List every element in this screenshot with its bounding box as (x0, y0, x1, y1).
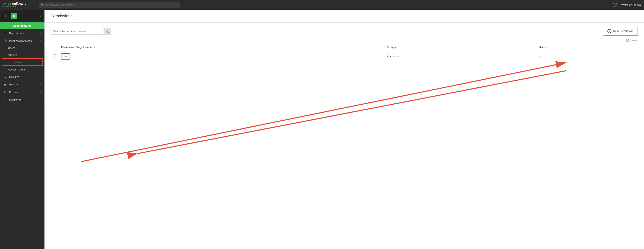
permissions-table: Permission Target Name ▲ Groups Users ss… (50, 44, 638, 62)
sidebar: ⊞ ⚙ ◀ Administration ☰ Repositories ▶ 👤 … (0, 10, 44, 249)
permission-search-input[interactable] (50, 28, 111, 34)
global-search-container: 🔍 (39, 2, 180, 8)
sort-icon-name: ▲ (93, 46, 95, 48)
table-row: ssc 1 | christian - (50, 51, 638, 62)
repositories-chevron: ▶ (40, 32, 41, 34)
permission-name-cell[interactable]: ssc (59, 51, 384, 62)
sidebar-item-users[interactable]: Users (0, 45, 44, 51)
top-header: JFrog Artifactory Open Source 🔍 ? Welcom… (0, 0, 644, 10)
row-checkbox[interactable] (53, 54, 56, 58)
main-layout: ⊞ ⚙ ◀ Administration ☰ Repositories ▶ 👤 … (0, 10, 644, 249)
sidebar-item-groups[interactable]: Groups (0, 51, 44, 58)
content-area: Permissions 🔍 + New Permission (44, 10, 644, 249)
sidebar-permissions-label: Permissions (8, 61, 22, 64)
delete-row: ✕ Delete (50, 39, 638, 42)
header-right: ? Welcome, admin (613, 3, 641, 7)
col-header-groups: Groups (384, 44, 536, 51)
page-header: Permissions (44, 10, 644, 23)
logo-opensource: Open Source (3, 5, 36, 8)
monitoring-chevron: ▶ (40, 99, 41, 101)
welcome-text[interactable]: Welcome, admin (621, 3, 641, 6)
general-chevron: ▶ (40, 83, 41, 86)
permission-users-cell: - (536, 51, 638, 62)
proxies-chevron: ▶ (40, 91, 41, 93)
global-search-input[interactable] (39, 2, 180, 8)
sidebar-collapse-btn[interactable]: ◀ (38, 14, 43, 18)
identity-icon: 👤 (4, 39, 7, 42)
delete-label: Delete (630, 39, 638, 42)
sidebar-item-security[interactable]: 🛡 Security ▶ (0, 73, 44, 81)
sidebar-top-icons: ⊞ ⚙ ◀ (0, 10, 44, 22)
col-header-name[interactable]: Permission Target Name ▲ (59, 44, 384, 51)
sidebar-security-label: Security (9, 75, 18, 78)
col-header-checkbox (50, 44, 59, 51)
sidebar-identity-label: Identity and Access (9, 39, 32, 42)
delete-button[interactable]: ✕ Delete (626, 39, 638, 42)
sidebar-gear-icon[interactable]: ⚙ (11, 13, 17, 19)
sidebar-item-general[interactable]: ⊞ General ▶ (0, 81, 44, 88)
logo-jfrog: JFrog (3, 2, 11, 5)
logo-artifactory: Artifactory (12, 2, 26, 5)
new-permission-plus-icon: + (608, 29, 612, 33)
sidebar-repositories-label: Repositories (9, 32, 24, 35)
content-body: 🔍 + New Permission ✕ Delete (44, 23, 644, 249)
delete-icon: ✕ (626, 39, 629, 42)
monitoring-icon: ≡ (4, 98, 7, 101)
general-icon: ⊞ (4, 83, 7, 86)
proxies-icon: ≡ (4, 90, 7, 94)
sidebar-proxies-label: Proxies (9, 91, 18, 94)
toolbar-row: 🔍 + New Permission (50, 27, 638, 35)
table-header: Permission Target Name ▲ Groups Users (50, 44, 638, 51)
permission-search-wrapper: 🔍 (50, 28, 111, 34)
permission-groups-cell: 1 | christian (384, 51, 536, 62)
sidebar-item-identity-access[interactable]: 👤 Identity and Access ▼ (0, 37, 44, 45)
col-header-users: Users (536, 44, 638, 51)
admin-section-label: Administration (0, 22, 44, 29)
sidebar-item-access-tokens[interactable]: Access Tokens (0, 66, 44, 73)
sidebar-access-tokens-label: Access Tokens (8, 68, 26, 71)
sidebar-item-repositories[interactable]: ☰ Repositories ▶ (0, 29, 44, 37)
identity-chevron: ▼ (39, 40, 41, 42)
table-body: ssc 1 | christian - (50, 51, 638, 62)
sidebar-item-permissions[interactable]: Permissions (2, 58, 43, 66)
help-icon[interactable]: ? (613, 3, 617, 7)
logo-area: JFrog Artifactory Open Source (3, 2, 36, 8)
page-title: Permissions (50, 14, 638, 18)
sidebar-item-proxies[interactable]: ≡ Proxies ▶ (0, 88, 44, 96)
security-chevron: ▶ (40, 76, 41, 78)
new-permission-label: New Permission (613, 29, 634, 33)
permission-search-icon: 🔍 (106, 30, 109, 33)
permission-name-value: ssc (61, 53, 70, 60)
sidebar-item-monitoring[interactable]: ≡ Monitoring ▶ (0, 96, 44, 104)
security-icon: 🛡 (4, 75, 7, 78)
sidebar-grid-icon[interactable]: ⊞ (3, 13, 9, 19)
sidebar-groups-label: Groups (8, 53, 17, 56)
sidebar-users-label: Users (8, 46, 15, 49)
permission-search-button[interactable]: 🔍 (104, 28, 111, 34)
new-permission-button[interactable]: + New Permission (603, 27, 638, 35)
sidebar-general-label: General (9, 83, 18, 86)
repositories-icon: ☰ (4, 31, 7, 35)
global-search-icon: 🔍 (41, 3, 44, 6)
row-checkbox-cell (50, 51, 59, 62)
sidebar-monitoring-label: Monitoring (9, 98, 22, 101)
